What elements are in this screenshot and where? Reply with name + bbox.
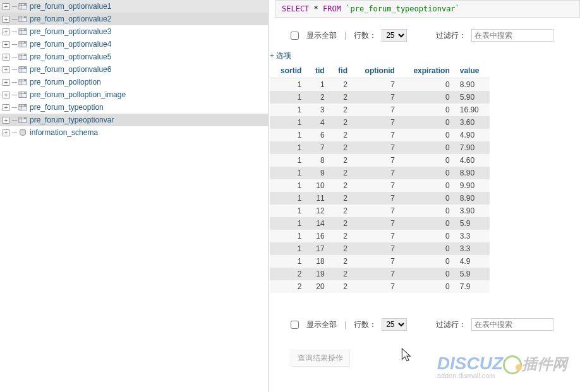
svg-point-23 <box>24 67 26 69</box>
col-fid[interactable]: fid <box>330 64 353 78</box>
show-all-checkbox[interactable] <box>291 32 299 40</box>
svg-point-39 <box>24 117 26 119</box>
col-sortid[interactable]: sortid <box>270 64 306 78</box>
table-row[interactable]: 1112708.90 <box>270 192 490 205</box>
controls-bar-top: 显示全部 | 行数： 25 过滤行： <box>269 23 580 48</box>
tree-label: pre_forum_polloption <box>30 78 101 86</box>
table-row[interactable]: 1142705.9 <box>270 217 490 230</box>
show-all-label: 显示全部 <box>306 30 337 41</box>
table-row[interactable]: 2202707.9 <box>270 280 490 293</box>
expand-icon[interactable]: + <box>3 16 9 23</box>
controls-bar-bottom: 显示全部 | 行数： 25 过滤行： <box>269 312 580 337</box>
col-value[interactable]: value <box>455 64 490 78</box>
table-row[interactable]: 1172703.3 <box>270 242 490 255</box>
table-row[interactable]: 1182704.9 <box>270 255 490 268</box>
expand-icon[interactable]: + <box>3 3 9 10</box>
tree-label: pre_forum_optionvalue5 <box>30 52 111 61</box>
expand-icon[interactable]: + <box>3 41 9 48</box>
rows-select[interactable]: 25 <box>382 29 407 42</box>
table-icon <box>18 2 27 11</box>
filter-label-bottom: 过滤行： <box>436 319 466 330</box>
table-icon <box>18 103 27 112</box>
cursor-icon <box>399 347 416 365</box>
tree-label: pre_forum_typeoptionvar <box>30 116 114 124</box>
svg-point-11 <box>24 29 26 31</box>
table-icon <box>18 40 27 49</box>
col-tid[interactable]: tid <box>306 64 329 78</box>
svg-point-3 <box>24 4 26 6</box>
sql-table-name: `pre_forum_typeoptionvar` <box>346 4 460 13</box>
data-table: sortidtidfidoptionidexpirationvalue 1127… <box>270 64 490 293</box>
tree-label: pre_forum_optionvalue2 <box>30 15 111 23</box>
tree-item-pre-forum-typeoptionvar[interactable]: +pre_forum_typeoptionvar <box>0 114 268 126</box>
result-ops-button[interactable]: 查询结果操作 <box>291 350 350 367</box>
expand-icon[interactable]: + <box>3 104 9 111</box>
table-row[interactable]: 1102709.90 <box>270 179 490 192</box>
expand-icon[interactable]: + <box>3 28 9 35</box>
filter-label: 过滤行： <box>436 30 466 41</box>
tree-label: information_schema <box>30 128 98 137</box>
tree-item-pre-forum-optionvalue1[interactable]: +pre_forum_optionvalue1 <box>0 0 268 13</box>
show-all-checkbox-bottom[interactable] <box>291 321 299 329</box>
sidebar: +pre_forum_optionvalue1+pre_forum_option… <box>0 0 269 392</box>
svg-point-27 <box>24 80 26 81</box>
expand-icon[interactable]: + <box>3 79 9 86</box>
tree-item-pre-forum-optionvalue6[interactable]: +pre_forum_optionvalue6 <box>0 63 268 76</box>
table-row[interactable]: 112708.90 <box>270 78 490 92</box>
table-row[interactable]: 122705.90 <box>270 91 490 104</box>
svg-point-31 <box>24 92 26 94</box>
table-row[interactable]: 1162703.3 <box>270 230 490 242</box>
table-icon <box>18 52 27 61</box>
svg-point-7 <box>24 16 26 18</box>
table-icon <box>18 15 27 23</box>
expand-icon[interactable]: + <box>3 129 9 136</box>
tree-label: pre_forum_optionvalue4 <box>30 40 111 49</box>
tree-label: pre_forum_optionvalue6 <box>30 65 111 74</box>
tree-item-pre-forum-optionvalue5[interactable]: +pre_forum_optionvalue5 <box>0 50 268 63</box>
expand-icon[interactable]: + <box>3 54 9 61</box>
tree-item-information-schema[interactable]: + information_schema <box>0 126 268 139</box>
filter-input[interactable] <box>471 29 553 42</box>
table-row[interactable]: 1122703.90 <box>270 205 490 217</box>
tree-item-pre-forum-optionvalue4[interactable]: +pre_forum_optionvalue4 <box>0 38 268 50</box>
rows-label: 行数： <box>354 30 377 41</box>
tree-item-pre-forum-polloption-image[interactable]: +pre_forum_polloption_image <box>0 88 268 101</box>
show-all-label-bottom: 显示全部 <box>306 319 337 330</box>
filter-input-bottom[interactable] <box>471 318 553 331</box>
tree-label: pre_forum_optionvalue3 <box>30 27 111 36</box>
table-icon <box>18 90 27 99</box>
sql-star: * <box>314 4 318 13</box>
table-icon <box>18 27 27 36</box>
table-row[interactable]: 172707.90 <box>270 141 490 154</box>
tree-item-pre-forum-typeoption[interactable]: +pre_forum_typeoption <box>0 101 268 114</box>
tree-item-pre-forum-polloption[interactable]: +pre_forum_polloption <box>0 76 268 88</box>
database-icon <box>18 128 27 137</box>
tree-item-pre-forum-optionvalue3[interactable]: +pre_forum_optionvalue3 <box>0 25 268 38</box>
expand-icon[interactable]: + <box>3 92 9 98</box>
sql-keyword-from: FROM <box>323 4 341 13</box>
table-icon <box>18 65 27 74</box>
rows-label-bottom: 行数： <box>354 319 377 330</box>
table-row[interactable]: 182704.60 <box>270 154 490 167</box>
svg-point-19 <box>24 54 26 56</box>
svg-point-35 <box>24 105 26 107</box>
table-row[interactable]: 162704.90 <box>270 129 490 141</box>
table-row[interactable]: 192708.90 <box>270 167 490 179</box>
sql-keyword-select: SELECT <box>282 4 309 13</box>
tree-item-pre-forum-optionvalue2[interactable]: +pre_forum_optionvalue2 <box>0 13 268 25</box>
table-row[interactable]: 1327016.90 <box>270 104 490 116</box>
svg-point-15 <box>24 42 26 44</box>
col-expiration[interactable]: expiration <box>400 64 455 78</box>
expand-icon[interactable]: + <box>3 117 9 124</box>
tree-label: pre_forum_typeoption <box>30 103 104 112</box>
options-link[interactable]: + 选项 <box>269 48 580 64</box>
table-icon <box>18 116 27 124</box>
table-icon <box>18 78 27 86</box>
col-optionid[interactable]: optionid <box>353 64 400 78</box>
rows-select-bottom[interactable]: 25 <box>382 318 407 331</box>
tree-label: pre_forum_polloption_image <box>30 90 126 99</box>
main-panel: SELECT * FROM `pre_forum_typeoptionvar` … <box>269 0 580 392</box>
table-row[interactable]: 2192705.9 <box>270 268 490 280</box>
table-row[interactable]: 142703.60 <box>270 116 490 129</box>
expand-icon[interactable]: + <box>3 66 9 73</box>
